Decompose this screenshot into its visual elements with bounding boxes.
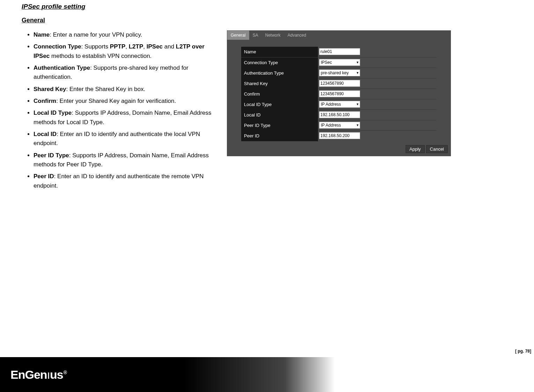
bullet-text: and <box>163 43 176 50</box>
list-item: Local ID: Enter an ID to identify and au… <box>34 130 216 148</box>
label-confirm: Confirm <box>241 89 318 99</box>
label-local-id: Local ID <box>241 110 318 120</box>
bullet-text: : Enter a name for your VPN policy. <box>50 31 142 38</box>
row-name: Name <box>241 47 437 57</box>
registered-icon: ® <box>64 370 67 375</box>
row-confirm: Confirm <box>241 89 437 99</box>
bullet-head: Connection Type <box>34 43 81 50</box>
bullet-text: : Enter an ID to identify and authentica… <box>34 173 204 189</box>
bold-text: L2TP <box>129 43 143 50</box>
list-item: Peer ID Type: Supports IP Address, Domai… <box>34 151 216 169</box>
section-title: IPSec profile setting <box>21 3 513 10</box>
list-item: Name: Enter a name for your VPN policy. <box>34 30 216 39</box>
row-auth-type: Authentication Type pre-shared key ▼ <box>241 68 437 78</box>
label-peer-id-type: Peer ID Type <box>241 120 318 131</box>
label-connection-type: Connection Type <box>241 58 318 68</box>
brand-logo: EnGenıus® <box>10 368 67 382</box>
peer-id-input[interactable] <box>319 132 360 139</box>
bullet-text: : Enter an ID to identify and authentica… <box>34 131 200 146</box>
bullet-head: Peer ID Type <box>34 152 69 159</box>
row-connection-type: Connection Type IPSec ▼ <box>241 57 437 68</box>
bullet-text: : Enter the Shared Key in box. <box>66 86 146 92</box>
bullet-head: Confirm <box>34 98 56 104</box>
bullet-text: methods to establish VPN connection. <box>50 53 151 59</box>
apply-button[interactable]: Apply <box>406 145 425 153</box>
tab-bar: General SA Network Advanced <box>227 31 451 40</box>
bold-text: PPTP <box>110 43 125 50</box>
footer-bar: EnGenıus® <box>0 357 335 392</box>
select-value: pre-shared key <box>321 70 349 75</box>
select-value: IPSec <box>321 60 332 65</box>
label-peer-id: Peer ID <box>241 131 318 141</box>
row-peer-id-type: Peer ID Type IP Address ▼ <box>241 120 437 130</box>
subsection-title: General <box>21 17 513 24</box>
bullet-head: Name <box>34 31 50 38</box>
bullet-head: Authentication Type <box>34 65 90 71</box>
page-number: [ pg. 78] <box>515 349 531 354</box>
select-value: IP Address <box>321 102 341 107</box>
cancel-button[interactable]: Cancel <box>426 145 448 153</box>
local-id-type-select[interactable]: IP Address ▼ <box>319 101 360 108</box>
chevron-down-icon: ▼ <box>356 103 359 106</box>
chevron-down-icon: ▼ <box>356 123 359 127</box>
row-shared-key: Shared Key <box>241 78 437 89</box>
settings-panel: General SA Network Advanced Name Connect… <box>227 30 451 156</box>
confirm-input[interactable] <box>319 90 360 97</box>
select-value: IP Address <box>321 123 341 128</box>
bullet-text: : Supports <box>81 43 110 50</box>
tab-network[interactable]: Network <box>262 31 284 40</box>
bullet-head: Shared Key <box>34 86 66 92</box>
chevron-down-icon: ▼ <box>356 71 359 75</box>
label-name: Name <box>241 47 318 57</box>
shared-key-input[interactable] <box>319 80 360 87</box>
bullet-text: , <box>125 43 128 50</box>
tab-advanced[interactable]: Advanced <box>284 31 310 40</box>
feature-list: Name: Enter a name for your VPN policy. … <box>21 30 216 190</box>
bullet-text: , <box>143 43 146 50</box>
list-item: Confirm: Enter your Shared Key again for… <box>34 97 216 106</box>
tab-sa[interactable]: SA <box>249 31 262 40</box>
auth-type-select[interactable]: pre-shared key ▼ <box>319 69 360 76</box>
logo-text: ı <box>47 368 50 381</box>
name-input[interactable] <box>319 48 360 55</box>
connection-type-select[interactable]: IPSec ▼ <box>319 59 360 66</box>
logo-text: us <box>50 368 63 381</box>
tab-general[interactable]: General <box>227 31 249 40</box>
local-id-input[interactable] <box>319 111 360 118</box>
list-item: Local ID Type: Supports IP Address, Doma… <box>34 108 216 127</box>
bullet-head: Local ID <box>34 131 57 137</box>
panel-footer: Apply Cancel <box>227 144 451 156</box>
chevron-down-icon: ▼ <box>356 61 359 64</box>
peer-id-type-select[interactable]: IP Address ▼ <box>319 122 360 129</box>
logo-text: EnGen <box>10 368 47 381</box>
label-shared-key: Shared Key <box>241 78 318 89</box>
bold-text: IPSec <box>147 43 163 50</box>
row-local-id: Local ID <box>241 110 437 120</box>
list-item: Authentication Type: Supports pre-shared… <box>34 63 216 82</box>
bullet-text: : Enter your Shared Key again for verifi… <box>56 98 176 104</box>
list-item: Peer ID: Enter an ID to identify and aut… <box>34 172 216 190</box>
label-auth-type: Authentication Type <box>241 68 318 78</box>
row-local-id-type: Local ID Type IP Address ▼ <box>241 99 437 110</box>
list-item: Connection Type: Supports PPTP, L2TP, IP… <box>34 42 216 61</box>
label-local-id-type: Local ID Type <box>241 99 318 110</box>
settings-form: Name Connection Type IPSec ▼ Au <box>227 40 451 144</box>
bullet-head: Local ID Type <box>34 110 72 116</box>
bullet-head: Peer ID <box>34 173 54 180</box>
row-peer-id: Peer ID <box>241 130 437 141</box>
list-item: Shared Key: Enter the Shared Key in box. <box>34 85 216 94</box>
